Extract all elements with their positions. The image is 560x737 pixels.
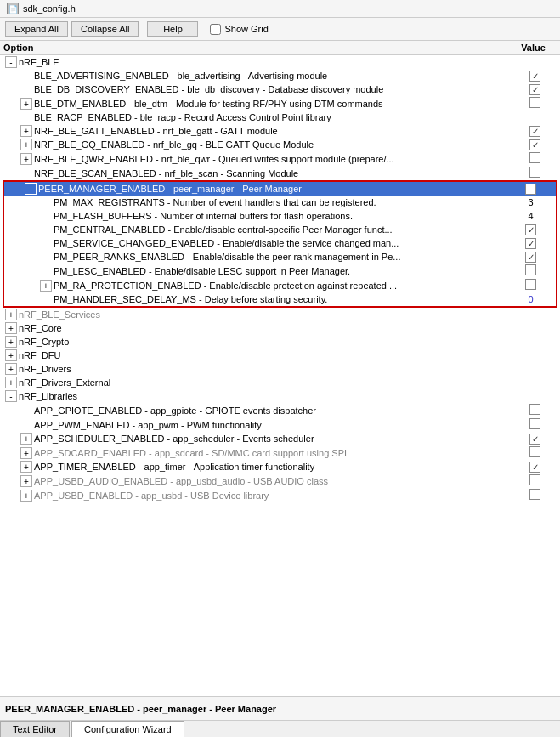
tree-row[interactable]: PM_HANDLER_SEC_DELAY_MS - Delay before s… — [4, 292, 556, 306]
tree-row[interactable]: PM_PEER_RANKS_ENABLED - Enable/disable t… — [4, 250, 556, 264]
checkbox-unchecked[interactable] — [529, 152, 540, 163]
tree-item-value[interactable] — [512, 418, 558, 431]
tree-item-value[interactable] — [512, 167, 558, 179]
tree-row[interactable]: +NRF_BLE_QWR_ENABLED - nrf_ble_qwr - Que… — [0, 151, 560, 166]
tree-expander[interactable]: + — [5, 336, 17, 348]
tree-item-value[interactable] — [512, 84, 558, 95]
tree-item-value[interactable] — [507, 184, 554, 195]
tree-expander[interactable]: + — [5, 309, 17, 320]
tree-row[interactable]: +NRF_BLE_GATT_ENABLED - nrf_ble_gatt - G… — [0, 124, 560, 138]
tree-row[interactable]: APP_GPIOTE_ENABLED - app_gpiote - GPIOTE… — [0, 403, 560, 417]
tree-expander[interactable]: + — [20, 461, 32, 473]
tree-row[interactable]: +nRF_Drivers_External — [0, 376, 560, 389]
tree-row[interactable]: -PEER_MANAGER_ENABLED - peer_manager - P… — [4, 182, 556, 196]
checkbox-unchecked[interactable] — [529, 404, 540, 415]
tree-expander[interactable]: + — [20, 139, 32, 150]
tree-item-value[interactable] — [507, 224, 554, 235]
tree-item-value[interactable] — [512, 489, 558, 502]
tree-container[interactable]: -nRF_BLEBLE_ADVERTISING_ENABLED - ble_ad… — [0, 55, 560, 696]
tree-expander[interactable]: + — [20, 125, 32, 137]
value-column-header: Value — [510, 43, 557, 53]
tree-row[interactable]: +APP_USBD_ENABLED - app_usbd - USB Devic… — [0, 488, 560, 502]
tab-configuration-wizard[interactable]: Configuration Wizard — [71, 721, 184, 737]
tree-row[interactable]: +nRF_Drivers — [0, 362, 560, 376]
tree-expander[interactable]: + — [5, 349, 17, 361]
tree-row[interactable]: -nRF_BLE — [0, 55, 560, 69]
checkbox-checked[interactable] — [525, 252, 536, 263]
tree-row[interactable]: PM_FLASH_BUFFERS - Number of internal bu… — [4, 209, 556, 223]
tree-row[interactable]: PM_LESC_ENABLED - Enable/disable LESC su… — [4, 264, 556, 278]
tree-item-value[interactable] — [512, 126, 558, 137]
tree-item-value[interactable] — [507, 252, 554, 263]
show-grid-checkbox[interactable] — [210, 24, 221, 35]
tree-expander[interactable]: + — [40, 280, 52, 292]
checkbox-checked[interactable] — [529, 434, 540, 445]
tree-row[interactable]: PM_MAX_REGISTRANTS - Number of event han… — [4, 196, 556, 209]
tree-expander[interactable]: - — [25, 183, 37, 195]
checkbox-unchecked[interactable] — [529, 167, 540, 178]
tree-item-value[interactable] — [512, 71, 558, 82]
tree-expander[interactable]: + — [20, 153, 32, 165]
tree-row[interactable]: PM_CENTRAL_ENABLED - Enable/disable cent… — [4, 223, 556, 236]
checkbox-checked[interactable] — [529, 84, 540, 95]
tree-row[interactable]: +BLE_DTM_ENABLED - ble_dtm - Module for … — [0, 96, 560, 111]
checkbox-unchecked[interactable] — [529, 489, 540, 500]
tree-row[interactable]: +APP_USBD_AUDIO_ENABLED - app_usbd_audio… — [0, 473, 560, 488]
tree-row[interactable]: -nRF_Libraries — [0, 389, 560, 403]
tree-row[interactable]: APP_PWM_ENABLED - app_pwm - PWM function… — [0, 417, 560, 432]
checkbox-checked[interactable] — [529, 126, 540, 137]
checkbox-checked[interactable] — [529, 139, 540, 150]
tree-row[interactable]: PM_SERVICE_CHANGED_ENABLED - Enable/disa… — [4, 236, 556, 250]
tree-row[interactable]: +APP_SCHEDULER_ENABLED - app_scheduler -… — [0, 432, 560, 445]
tree-expander[interactable]: + — [20, 98, 32, 110]
help-button[interactable]: Help — [147, 21, 198, 37]
tree-expander[interactable]: + — [20, 447, 32, 459]
tree-item-value[interactable] — [507, 279, 554, 292]
collapse-all-button[interactable]: Collapse All — [71, 21, 139, 37]
checkbox-unchecked[interactable] — [529, 446, 540, 457]
tree-item-value[interactable] — [507, 238, 554, 249]
tree-row[interactable]: +nRF_BLE_Services — [0, 308, 560, 321]
tree-expander[interactable]: + — [20, 433, 32, 445]
tree-row[interactable]: +APP_TIMER_ENABLED - app_timer - Applica… — [0, 460, 560, 473]
tree-row[interactable]: BLE_ADVERTISING_ENABLED - ble_advertisin… — [0, 69, 560, 82]
checkbox-checked[interactable] — [525, 238, 536, 249]
tree-row[interactable]: +APP_SDCARD_ENABLED - app_sdcard - SD/MM… — [0, 445, 560, 460]
tree-item-value[interactable] — [512, 462, 558, 473]
checkbox-checked[interactable] — [529, 462, 540, 473]
checkbox-unchecked[interactable] — [525, 264, 536, 275]
tree-row[interactable]: BLE_RACP_ENABLED - ble_racp - Record Acc… — [0, 111, 560, 124]
tree-expander[interactable]: + — [5, 322, 17, 334]
tree-expander[interactable]: + — [20, 475, 32, 487]
checkbox-checked[interactable] — [529, 71, 540, 82]
tree-row[interactable]: +nRF_Crypto — [0, 335, 560, 349]
tree-item-value[interactable] — [512, 434, 558, 445]
tree-expander[interactable]: + — [20, 490, 32, 502]
tree-expander[interactable]: - — [5, 390, 17, 402]
tree-item-value[interactable] — [512, 474, 558, 487]
tree-item-value[interactable] — [512, 404, 558, 417]
tree-item-value[interactable] — [512, 97, 558, 110]
tree-row[interactable]: +PM_RA_PROTECTION_ENABLED - Enable/disab… — [4, 278, 556, 292]
checkbox-unchecked[interactable] — [529, 474, 540, 485]
tree-row[interactable]: NRF_BLE_SCAN_ENABLED - nrf_ble_scan - Sc… — [0, 166, 560, 180]
checkbox-unchecked[interactable] — [529, 97, 540, 108]
checkbox-unchecked[interactable] — [529, 418, 540, 429]
checkbox-checked[interactable] — [525, 224, 536, 235]
checkbox-unchecked[interactable] — [525, 279, 536, 290]
tree-row[interactable]: +nRF_Core — [0, 321, 560, 335]
tree-expander[interactable]: + — [5, 363, 17, 375]
tree-item-value[interactable] — [512, 446, 558, 459]
tree-row[interactable]: +NRF_BLE_GQ_ENABLED - nrf_ble_gq - BLE G… — [0, 138, 560, 151]
checkbox-checked[interactable] — [525, 184, 536, 195]
tree-item-value[interactable] — [507, 264, 554, 277]
tree-row[interactable]: +nRF_DFU — [0, 349, 560, 362]
tab-text-editor[interactable]: Text Editor — [0, 721, 70, 737]
tree-row[interactable]: BLE_DB_DISCOVERY_ENABLED - ble_db_discov… — [0, 82, 560, 96]
tree-item-text: PM_CENTRAL_ENABLED - Enable/disable cent… — [54, 224, 507, 235]
tree-expander[interactable]: + — [5, 377, 17, 388]
tree-item-value[interactable] — [512, 139, 558, 150]
expand-all-button[interactable]: Expand All — [5, 21, 68, 37]
tree-item-value[interactable] — [512, 152, 558, 165]
tree-expander[interactable]: - — [5, 56, 17, 68]
